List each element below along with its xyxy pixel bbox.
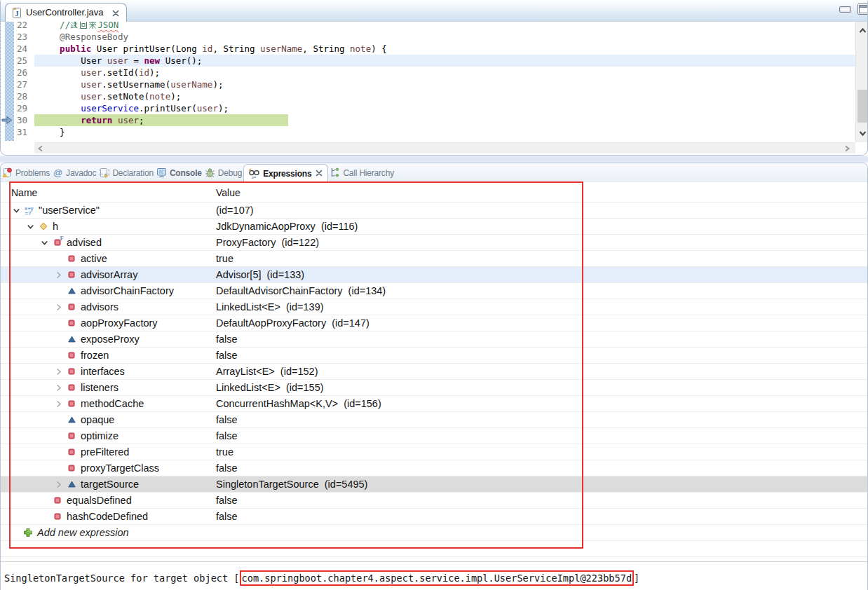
private-field-icon [66,366,77,377]
tree-row-listeners[interactable]: listenersLinkedList<E> (id=155) [1,380,867,396]
tree-row-advisors[interactable]: advisorsLinkedList<E> (id=139) [1,299,867,315]
tree-row-name-cell: x+y=?"userService" [1,203,100,218]
view-tab-expressions[interactable]: x=Expressions [243,164,328,181]
tree-row-methodCache[interactable]: methodCacheConcurrentHashMap<K,V> (id=15… [1,396,867,412]
tree-row-empty [1,541,867,557]
tree-row-opaque[interactable]: opaquefalse [1,412,867,428]
default-field-triangle-icon [66,334,77,345]
tree-row-value: false [216,509,238,524]
expressions-tree-table: Name Value x+y=?"userService"(id=107)hJd… [1,182,867,561]
view-tab-label: Problems [15,167,50,178]
private-field-icon [66,269,77,280]
call-hierarchy-icon [330,167,340,178]
tree-row-value: false [216,348,238,363]
editor-horizontal-scrollbar[interactable] [34,142,855,153]
code-line-23: @ResponseBody [39,32,128,42]
maximize-view-icon[interactable] [857,4,868,15]
view-tab-console[interactable]: Console [155,163,203,181]
scroll-up-icon[interactable] [857,26,868,36]
scroll-down-icon[interactable] [857,128,868,138]
tree-row-proxyTargetClass[interactable]: proxyTargetClassfalse [1,460,867,476]
column-header-value[interactable]: Value [216,187,240,198]
view-tab-javadoc[interactable]: @Javadoc [51,163,97,181]
editor-tab-close-icon[interactable] [111,8,121,18]
tree-row-name-cell: preFiltered [1,444,129,460]
chevron-spacer [39,495,50,506]
chevron-collapsed-icon[interactable] [53,479,64,490]
tree-row-name-cell: advisors [1,299,118,315]
tree-row-hashCodeDefined[interactable]: hashCodeDefinedfalse [1,509,867,525]
svg-text:{..}: {..} [99,169,109,176]
chevron-expanded-icon[interactable] [11,205,22,216]
private-field-icon [66,301,77,313]
tree-row-Add-new-expression[interactable]: Add new expression [1,525,867,541]
private-field-icon [52,511,63,522]
tree-row-label: proxyTargetClass [81,462,159,474]
chevron-expanded-icon[interactable] [39,237,50,248]
tree-row-advised[interactable]: FadvisedProxyFactory (id=122) [1,235,867,251]
chevron-collapsed-icon[interactable] [53,398,64,409]
tree-row-value: true [216,444,233,460]
private-field-icon [66,462,77,474]
detail-text-prefix: SingletonTargetSource for target object … [4,572,240,584]
minimize-view-icon[interactable] [839,6,851,13]
cjk-comment-glyphs [70,22,97,30]
chevron-collapsed-icon[interactable] [53,301,64,313]
chevron-collapsed-icon[interactable] [53,382,64,393]
view-tab-declaration[interactable]: {..}Declaration [97,163,155,181]
view-tab-label: Debug [218,167,242,178]
tree-row-advisorChainFactory[interactable]: advisorChainFactoryDefaultAdvisorChainFa… [1,283,867,299]
editor-vertical-scrollbar[interactable] [855,22,868,142]
chevron-collapsed-icon[interactable] [53,366,64,377]
tree-row-name-cell: proxyTargetClass [1,460,159,476]
scroll-left-icon[interactable] [36,144,46,153]
tree-row-exposeProxy[interactable]: exposeProxyfalse [1,331,867,348]
code-editor-area[interactable]: 22 23 24 25 26 27 28 29 30 31 //JSON @Re… [1,22,868,142]
tree-row-interfaces[interactable]: interfacesArrayList<E> (id=152) [1,364,867,380]
tree-row-name-cell: hashCodeDefined [1,509,148,524]
tree-row-value: false [216,460,238,476]
tree-row-value: LinkedList<E> (id=155) [216,380,324,395]
column-header-name[interactable]: Name [11,187,37,198]
tree-row-label: "userService" [39,205,100,216]
vertical-scrollbar-thumb[interactable] [857,90,868,123]
private-field-icon [66,430,77,441]
tree-row-userService[interactable]: x+y=?"userService"(id=107) [1,203,867,219]
code-line-26: user.setId(id); [39,67,160,78]
editor-panel-sash[interactable] [0,156,868,163]
tree-row-active[interactable]: activetrue [1,251,867,267]
code-line-31: } [39,127,65,137]
chevron-spacer [53,350,64,361]
tree-row-value: false [216,331,238,347]
tree-row-h[interactable]: hJdkDynamicAopProxy (id=116) [1,219,867,235]
view-tab-close-icon[interactable] [314,169,323,178]
tree-row-targetSource[interactable]: targetSourceSingletonTargetSource (id=54… [1,476,867,493]
editor-part-stack: J UserController.java 22 23 24 25 26 27 … [0,0,868,156]
tree-row-equalsDefined[interactable]: equalsDefinedfalse [1,493,867,509]
expressions-icon: x= [248,168,260,179]
view-tab-problems[interactable]: Problems [1,163,51,181]
tree-row-preFiltered[interactable]: preFilteredtrue [1,444,867,460]
debug-icon [205,167,215,178]
tree-row-optimize[interactable]: optimizefalse [1,428,867,444]
tree-row-label: hashCodeDefined [67,511,148,522]
tree-row-frozen[interactable]: frozenfalse [1,348,867,364]
tree-row-advisorArray[interactable]: advisorArrayAdvisor[5] (id=133) [1,267,867,283]
tree-row-value: DefaultAdvisorChainFactory (id=134) [216,283,386,299]
private-final-field-icon: F [52,237,63,248]
private-field-icon [66,398,77,409]
editor-tab-usercontroller[interactable]: J UserController.java [5,3,127,22]
view-tab-call-hierarchy[interactable]: Call Hierarchy [328,163,395,181]
chevron-expanded-icon[interactable] [25,221,36,232]
scroll-right-icon[interactable] [842,144,852,153]
view-tab-debug[interactable]: Debug [203,163,243,181]
tree-row-aopProxyFactory[interactable]: aopProxyFactoryDefaultAopProxyFactory (i… [1,315,867,331]
view-tab-label: Expressions [263,168,311,179]
svg-text:=?: =? [25,210,32,216]
tree-row-name-cell: methodCache [1,396,144,411]
expression-detail-pane[interactable]: SingletonTargetSource for target object … [1,562,867,590]
private-field-icon [66,446,77,458]
tree-row-label: advisorChainFactory [81,285,174,296]
editor-tab-bar: J UserController.java [1,0,868,22]
chevron-collapsed-icon[interactable] [53,269,64,280]
